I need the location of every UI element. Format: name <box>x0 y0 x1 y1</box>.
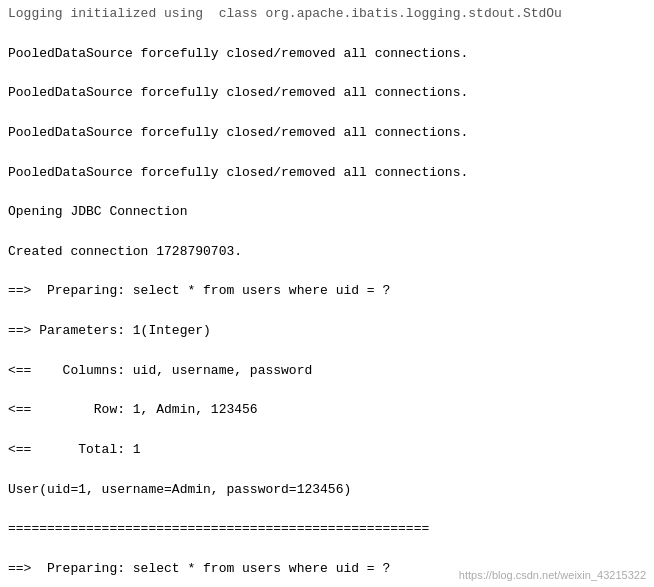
console-line: <== Row: 1, Admin, 123456 <box>8 400 646 420</box>
watermark: https://blog.csdn.net/weixin_43215322 <box>459 569 646 581</box>
console-line: ==> Preparing: select * from users where… <box>8 281 646 301</box>
console-line: Opening JDBC Connection <box>8 202 646 222</box>
console-line: <== Total: 1 <box>8 440 646 460</box>
console-line: <== Columns: uid, username, password <box>8 361 646 381</box>
console-line: ========================================… <box>8 519 646 539</box>
console-line: PooledDataSource forcefully closed/remov… <box>8 44 646 64</box>
console-line: Created connection 1728790703. <box>8 242 646 262</box>
console-line: Logging initialized using class org.apac… <box>8 4 646 24</box>
console-output: Logging initialized using class org.apac… <box>0 0 654 587</box>
console-line: PooledDataSource forcefully closed/remov… <box>8 83 646 103</box>
console-line: PooledDataSource forcefully closed/remov… <box>8 123 646 143</box>
console-line: ==> Parameters: 1(Integer) <box>8 321 646 341</box>
console-line: PooledDataSource forcefully closed/remov… <box>8 163 646 183</box>
console-container: Logging initialized using class org.apac… <box>0 0 654 587</box>
console-line: User(uid=1, username=Admin, password=123… <box>8 480 646 500</box>
